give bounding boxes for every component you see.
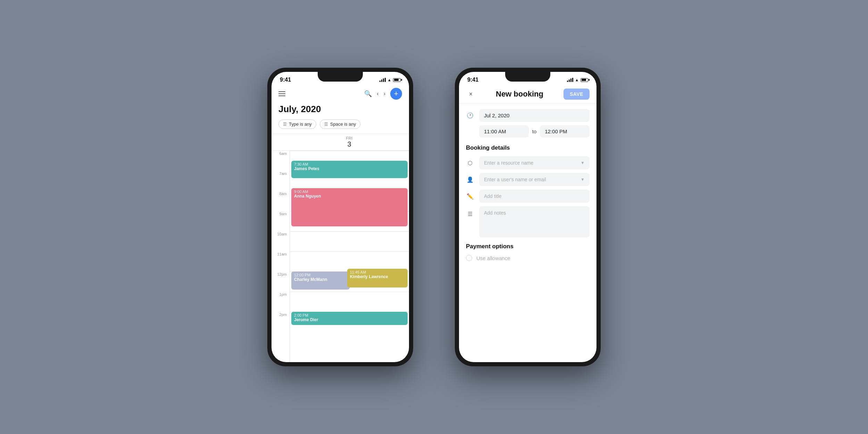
start-time-field[interactable]: 11:00 AM (479, 125, 529, 137)
time-8am: 8am (272, 191, 290, 211)
use-allowance-label: Use allowance (476, 255, 510, 261)
time-6am: 6am (272, 151, 290, 171)
event-kimberly-lawrence[interactable]: 11:45 AM Kimberly Lawrence (347, 269, 408, 287)
time-10am: 10am (272, 231, 290, 251)
event-time: 12:00 PM (294, 273, 347, 277)
event-name: Kimberly Lawrence (350, 274, 405, 279)
user-row: 👤 Enter a user's name or email ▼ (466, 173, 590, 186)
status-time-1: 9:41 (280, 77, 291, 83)
time-7am: 7am (272, 171, 290, 191)
status-icons-1: ▲ (379, 78, 401, 82)
time-9am: 9am (272, 211, 290, 231)
day-header-fri: FRI 3 (290, 134, 409, 150)
resource-icon: ⬡ (466, 159, 474, 167)
title-row: ✏️ Add title (466, 190, 590, 203)
notch-2 (505, 72, 550, 82)
status-icons-2: ▲ (567, 78, 588, 82)
payment-section: Payment options Use allowance (466, 243, 590, 261)
signal-icon-2 (567, 78, 573, 82)
use-allowance-row: Use allowance (466, 255, 590, 261)
resource-row: ⬡ Enter a resource name ▼ (466, 156, 590, 169)
time-2pm: 2pm (272, 312, 290, 332)
time-1pm: 1pm (272, 292, 290, 312)
user-input[interactable]: Enter a user's name or email ▼ (479, 173, 590, 186)
next-button[interactable]: › (384, 91, 385, 97)
filter-row: ☰ Type is any ☰ Space is any (272, 119, 409, 134)
user-placeholder: Enter a user's name or email (484, 177, 546, 182)
wifi-icon: ▲ (387, 78, 391, 82)
notes-row: ☰ Add notes (466, 206, 590, 237)
calendar-header: 🔍 ‹ › + (272, 85, 409, 102)
event-name: Charley McMann (294, 277, 347, 282)
close-button[interactable]: × (466, 89, 476, 99)
phone-calendar: 9:41 ▲ 🔍 ‹ › + July (267, 68, 413, 366)
phone-booking: 9:41 ▲ × New booking SAVE 🕐 Jul 2, 202 (455, 68, 601, 366)
event-name: Jerome Dier (294, 317, 405, 322)
resource-input[interactable]: Enter a resource name ▼ (479, 156, 590, 169)
time-12pm: 12pm (272, 272, 290, 292)
date-row: 🕐 Jul 2, 2020 (466, 109, 590, 122)
time-11am: 11am (272, 251, 290, 272)
booking-title: New booking (496, 90, 543, 99)
event-time: 7:30 AM (294, 162, 405, 166)
wifi-icon-2: ▲ (575, 78, 579, 82)
time-labels: 6am 7am 8am 9am 10am 11am 12pm 1pm 2pm (272, 151, 290, 362)
menu-button[interactable] (278, 91, 285, 96)
event-time: 2:00 PM (294, 313, 405, 317)
header-actions: 🔍 ‹ › + (364, 88, 402, 100)
dropdown-arrow-resource: ▼ (581, 160, 585, 165)
filter-icon-space: ☰ (324, 122, 328, 127)
dropdown-arrow-user: ▼ (581, 177, 585, 182)
notes-icon: ☰ (466, 210, 474, 218)
event-name: James Petes (294, 166, 405, 171)
calendar-grid: FRI 3 6am 7am 8am 9am 10am 11am 12pm 1pm… (272, 134, 409, 362)
time-row: 11:00 AM to 12:00 PM (466, 125, 590, 137)
day-name: FRI (290, 136, 409, 140)
user-icon: 👤 (466, 175, 474, 184)
signal-icon (379, 78, 386, 82)
space-filter-label: Space is any (330, 122, 356, 127)
event-anna-nguyen[interactable]: 9:00 AM Anna Nguyen (291, 188, 408, 226)
month-title: July, 2020 (272, 102, 409, 119)
day-header-row: FRI 3 (272, 134, 409, 151)
payment-section-title: Payment options (466, 243, 590, 250)
resource-placeholder: Enter a resource name (484, 160, 533, 166)
status-time-2: 9:41 (467, 77, 478, 83)
space-filter[interactable]: ☰ Space is any (320, 119, 360, 129)
title-input[interactable]: Add title (479, 190, 590, 203)
event-time: 9:00 AM (294, 190, 405, 194)
clock-icon: 🕐 (466, 111, 474, 120)
booking-content: 🕐 Jul 2, 2020 11:00 AM to 12:00 PM Booki… (459, 103, 596, 362)
booking-header: × New booking SAVE (459, 85, 596, 103)
notes-input[interactable]: Add notes (479, 206, 590, 237)
event-charley-mcmann[interactable]: 12:00 PM Charley McMann (291, 272, 350, 290)
event-jerome-dier[interactable]: 2:00 PM Jerome Dier (291, 312, 408, 325)
end-time-field[interactable]: 12:00 PM (540, 125, 590, 137)
add-booking-button[interactable]: + (390, 88, 402, 100)
type-filter[interactable]: ☰ Type is any (278, 119, 316, 129)
events-column: 7:30 AM James Petes 9:00 AM Anna Nguyen … (290, 151, 409, 362)
details-section-title: Booking details (466, 144, 590, 151)
battery-icon (393, 78, 401, 82)
filter-icon-type: ☰ (283, 122, 287, 127)
use-allowance-radio[interactable] (466, 255, 472, 261)
to-label: to (532, 128, 537, 134)
event-name: Anna Nguyen (294, 194, 405, 199)
event-james-petes[interactable]: 7:30 AM James Petes (291, 161, 408, 178)
notch (318, 72, 363, 82)
event-time: 11:45 AM (350, 270, 405, 274)
search-button[interactable]: 🔍 (364, 90, 372, 98)
prev-button[interactable]: ‹ (377, 91, 378, 97)
date-field[interactable]: Jul 2, 2020 (479, 109, 590, 122)
battery-icon-2 (581, 78, 588, 82)
type-filter-label: Type is any (289, 122, 312, 127)
save-button[interactable]: SAVE (564, 89, 590, 100)
time-grid: 6am 7am 8am 9am 10am 11am 12pm 1pm 2pm (272, 151, 409, 362)
pencil-icon: ✏️ (466, 192, 474, 200)
day-num: 3 (290, 140, 409, 148)
